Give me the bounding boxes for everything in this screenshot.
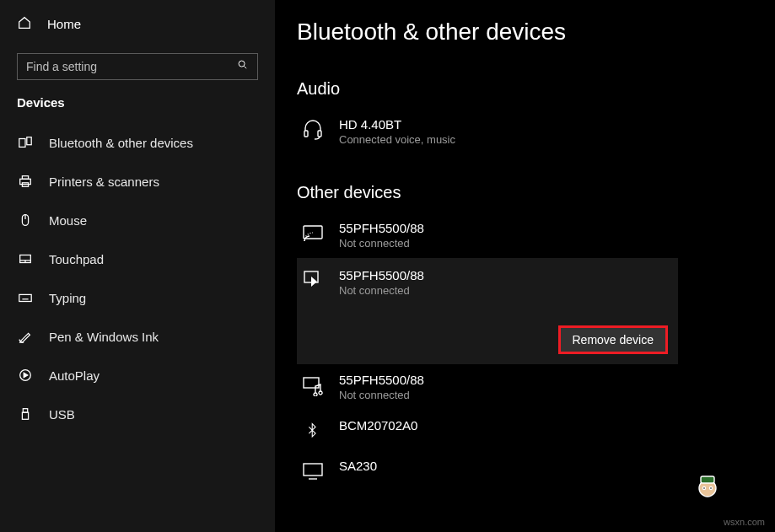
sidebar-item-label: AutoPlay bbox=[49, 368, 100, 383]
keyboard-icon bbox=[17, 289, 34, 306]
svg-point-30 bbox=[710, 487, 713, 490]
pen-icon bbox=[17, 328, 34, 345]
headset-icon bbox=[302, 119, 324, 141]
home-icon bbox=[17, 15, 32, 33]
other-device-1-selected[interactable]: 55PFH5500/88 Not connected Remove device bbox=[297, 258, 678, 364]
svg-rect-19 bbox=[22, 412, 28, 419]
device-name: 55PFH5500/88 bbox=[339, 373, 424, 387]
sidebar-item-pen[interactable]: Pen & Windows Ink bbox=[0, 317, 275, 356]
sidebar-item-label: Printers & scanners bbox=[49, 175, 159, 189]
svg-rect-18 bbox=[23, 409, 27, 413]
autoplay-icon bbox=[17, 367, 34, 384]
sidebar-item-label: Typing bbox=[49, 291, 86, 305]
svg-point-29 bbox=[703, 487, 706, 490]
device-name: 55PFH5500/88 bbox=[339, 268, 424, 282]
svg-rect-21 bbox=[318, 131, 321, 137]
media-device-icon bbox=[302, 268, 324, 293]
search-icon bbox=[237, 59, 249, 74]
sidebar-item-typing[interactable]: Typing bbox=[0, 278, 275, 317]
svg-rect-11 bbox=[19, 294, 31, 301]
sidebar-item-touchpad[interactable]: Touchpad bbox=[0, 239, 275, 278]
other-device-3[interactable]: BCM20702A0 bbox=[297, 410, 678, 450]
search-box[interactable] bbox=[17, 53, 258, 80]
device-name: BCM20702A0 bbox=[339, 418, 417, 433]
media-music-icon bbox=[302, 374, 324, 396]
svg-rect-4 bbox=[22, 176, 28, 180]
main-content: Bluetooth & other devices Audio HD 4.40B… bbox=[275, 0, 775, 532]
svg-rect-2 bbox=[27, 137, 31, 145]
search-input[interactable] bbox=[26, 60, 237, 73]
sidebar-item-label: Pen & Windows Ink bbox=[49, 330, 159, 344]
remove-device-button[interactable]: Remove device bbox=[558, 325, 669, 354]
category-heading: Devices bbox=[0, 95, 275, 123]
sidebar-item-mouse[interactable]: Mouse bbox=[0, 201, 275, 239]
devices-icon bbox=[17, 134, 34, 151]
audio-device[interactable]: HD 4.40BT Connected voice, music bbox=[297, 109, 678, 154]
device-status: Not connected bbox=[339, 284, 424, 297]
svg-rect-3 bbox=[20, 179, 31, 184]
sidebar-item-autoplay[interactable]: AutoPlay bbox=[0, 356, 275, 395]
mascot-image bbox=[691, 473, 724, 507]
section-audio-heading: Audio bbox=[297, 79, 775, 99]
page-title: Bluetooth & other devices bbox=[297, 19, 775, 46]
bluetooth-icon bbox=[302, 420, 324, 442]
svg-rect-20 bbox=[304, 131, 308, 137]
sidebar: Home Devices Bluetooth & other devices P… bbox=[0, 0, 275, 532]
sidebar-item-label: USB bbox=[49, 407, 75, 422]
cast-icon bbox=[302, 223, 324, 245]
watermark: wsxn.com bbox=[724, 517, 765, 527]
svg-rect-1 bbox=[19, 139, 25, 148]
device-status: Connected voice, music bbox=[339, 133, 455, 146]
device-name: HD 4.40BT bbox=[339, 117, 455, 132]
usb-icon bbox=[17, 406, 34, 422]
mouse-icon bbox=[17, 212, 34, 228]
monitor-icon bbox=[302, 460, 324, 482]
sidebar-item-printers[interactable]: Printers & scanners bbox=[0, 162, 275, 201]
home-nav[interactable]: Home bbox=[0, 7, 275, 41]
home-label: Home bbox=[47, 17, 81, 31]
other-device-2[interactable]: 55PFH5500/88 Not connected bbox=[297, 364, 678, 410]
section-other-heading: Other devices bbox=[297, 183, 775, 202]
sidebar-item-label: Mouse bbox=[49, 213, 87, 228]
device-name: 55PFH5500/88 bbox=[339, 221, 424, 235]
device-status: Not connected bbox=[339, 237, 424, 250]
nav-list: Bluetooth & other devices Printers & sca… bbox=[0, 123, 275, 433]
sidebar-item-label: Touchpad bbox=[49, 252, 104, 266]
svg-rect-28 bbox=[701, 476, 714, 483]
svg-point-0 bbox=[239, 61, 245, 67]
other-device-0[interactable]: 55PFH5500/88 Not connected bbox=[297, 212, 678, 258]
touchpad-icon bbox=[17, 250, 34, 267]
printer-icon bbox=[17, 173, 34, 190]
sidebar-item-label: Bluetooth & other devices bbox=[49, 136, 193, 150]
svg-rect-25 bbox=[304, 464, 322, 476]
sidebar-item-bluetooth[interactable]: Bluetooth & other devices bbox=[0, 123, 275, 162]
sidebar-item-usb[interactable]: USB bbox=[0, 395, 275, 433]
other-device-4[interactable]: SA230 bbox=[297, 450, 678, 491]
device-name: SA230 bbox=[339, 459, 377, 473]
device-status: Not connected bbox=[339, 389, 424, 401]
